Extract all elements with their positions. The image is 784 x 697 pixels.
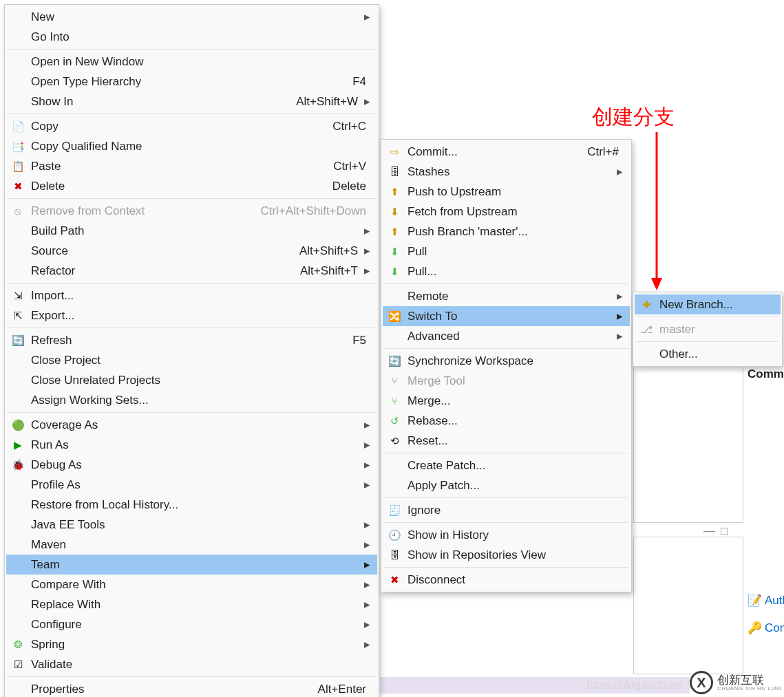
team-menu-item-show-in-repositories-view[interactable]: 🗄Show in Repositories View — [383, 545, 630, 565]
team-menu-item-pull[interactable]: ⬇Pull — [383, 242, 630, 261]
main-menu-item-copy[interactable]: 📄CopyCtrl+C — [6, 116, 377, 136]
main-menu-item-build-path[interactable]: Build Path▸ — [6, 221, 377, 241]
menu-item-label: Refactor — [31, 264, 300, 278]
submenu-arrow-icon: ▸ — [362, 537, 370, 552]
main-menu-item-compare-with[interactable]: Compare With▸ — [6, 575, 377, 594]
main-menu-item-show-in[interactable]: Show InAlt+Shift+W▸ — [6, 92, 377, 111]
main-menu-item-refresh[interactable]: 🔄RefreshF5 — [6, 330, 377, 350]
menu-separator — [8, 328, 376, 328]
team-menu-item-show-in-history[interactable]: 🕘Show in History — [383, 525, 630, 545]
main-menu-item-copy-qualified-name[interactable]: 📑Copy Qualified Name — [6, 136, 377, 156]
main-menu-item-refactor[interactable]: RefactorAlt+Shift+T▸ — [6, 261, 377, 281]
menu-item-label: Merge Tool — [407, 374, 623, 388]
push-upstream-icon: ⬆ — [387, 186, 402, 198]
menu-item-label: Pull... — [407, 265, 623, 279]
team-menu-item-ignore[interactable]: 🧾Ignore — [383, 500, 630, 520]
main-menu-item-spring[interactable]: ❂Spring▸ — [6, 634, 377, 654]
main-menu-item-go-into[interactable]: Go Into — [6, 27, 377, 47]
submenu-arrow-icon: ▸ — [615, 309, 623, 323]
disconnect-icon: ✖ — [387, 574, 402, 586]
menu-separator — [636, 317, 779, 317]
main-menu-item-coverage-as[interactable]: 🟢Coverage As▸ — [6, 415, 377, 435]
menu-item-label: Run As — [31, 438, 362, 452]
team-menu-item-create-patch[interactable]: Create Patch... — [383, 455, 630, 475]
context-menu-main[interactable]: New▸Go IntoOpen in New WindowOpen Type H… — [4, 4, 379, 697]
commit-icon: ⇨ — [387, 146, 402, 158]
main-menu-item-import[interactable]: ⇲Import... — [6, 286, 377, 305]
menu-item-accel: Alt+Enter — [318, 683, 370, 696]
team-menu-item-commit[interactable]: ⇨Commit...Ctrl+# — [383, 142, 630, 162]
menu-item-label: New — [31, 10, 362, 24]
team-menu-item-push-branch-master[interactable]: ⬆Push Branch 'master'... — [383, 222, 630, 242]
logo-glyph-icon: X — [690, 671, 713, 694]
main-menu-item-maven[interactable]: Maven▸ — [6, 535, 377, 555]
main-menu-item-delete[interactable]: ✖DeleteDelete — [6, 176, 377, 196]
main-menu-item-open-in-new-window[interactable]: Open in New Window — [6, 52, 377, 72]
ide-panel-top — [633, 365, 743, 523]
menu-separator — [384, 283, 628, 284]
submenu-arrow-icon: ▸ — [615, 289, 623, 303]
switch-to-icon: 🔀 — [387, 310, 402, 323]
main-menu-item-validate[interactable]: ☑Validate — [6, 654, 377, 674]
stashes-icon: 🗄 — [387, 166, 402, 178]
menu-item-label: Commit... — [407, 145, 587, 159]
menu-item-label: Open in New Window — [31, 55, 370, 69]
main-menu-item-close-project[interactable]: Close Project — [6, 350, 377, 370]
menu-item-label: Import... — [31, 289, 370, 303]
main-menu-item-export[interactable]: ⇱Export... — [6, 305, 377, 325]
main-menu-item-new[interactable]: New▸ — [6, 7, 377, 27]
switch-menu-item-new-branch[interactable]: ✚New Branch... — [635, 294, 781, 314]
switch-menu-item-other[interactable]: Other... — [635, 344, 781, 364]
main-menu-item-close-unrelated-projects[interactable]: Close Unrelated Projects — [6, 370, 377, 390]
team-menu-item-reset[interactable]: ⟲Reset... — [383, 431, 630, 451]
menu-item-label: Debug As — [31, 458, 362, 472]
menu-item-label: Replace With — [31, 598, 362, 612]
submenu-arrow-icon: ▸ — [362, 438, 370, 452]
main-menu-item-debug-as[interactable]: 🐞Debug As▸ — [6, 455, 377, 475]
minimize-icon[interactable]: — — [703, 524, 715, 538]
team-menu-item-apply-patch[interactable]: Apply Patch... — [383, 475, 630, 495]
branch-icon: ⎇ — [639, 323, 654, 336]
repositories-icon: 🗄 — [387, 549, 402, 561]
annotation-label: 创建分支 — [592, 103, 675, 131]
menu-item-label: Refresh — [31, 334, 352, 347]
main-menu-item-run-as[interactable]: ▶Run As▸ — [6, 435, 377, 455]
main-menu-item-open-type-hierarchy[interactable]: Open Type HierarchyF4 — [6, 72, 377, 92]
team-menu-item-switch-to[interactable]: 🔀Switch To▸ — [383, 306, 630, 326]
main-menu-item-team[interactable]: Team▸ — [6, 555, 377, 575]
main-menu-item-properties[interactable]: PropertiesAlt+Enter — [6, 679, 377, 697]
menu-item-label: Java EE Tools — [31, 518, 362, 532]
export-icon: ⇱ — [10, 310, 25, 322]
author-link[interactable]: 📝 Auth — [748, 593, 784, 608]
main-menu-item-restore-from-local-history[interactable]: Restore from Local History... — [6, 495, 377, 515]
team-menu-item-stashes[interactable]: 🗄Stashes▸ — [383, 162, 630, 182]
menu-item-label: Merge... — [407, 394, 623, 408]
team-menu-item-disconnect[interactable]: ✖Disconnect — [383, 570, 630, 590]
main-menu-item-java-ee-tools[interactable]: Java EE Tools▸ — [6, 515, 377, 535]
main-menu-item-source[interactable]: SourceAlt+Shift+S▸ — [6, 241, 377, 261]
menu-item-label: Show in History — [407, 528, 623, 542]
team-menu-item-pull[interactable]: ⬇Pull... — [383, 261, 630, 281]
team-menu-item-remote[interactable]: Remote▸ — [383, 286, 630, 306]
coverage-icon: 🟢 — [10, 419, 25, 431]
team-menu-item-push-to-upstream[interactable]: ⬆Push to Upstream — [383, 182, 630, 202]
team-menu-item-advanced[interactable]: Advanced▸ — [383, 326, 630, 346]
team-menu-item-fetch-from-upstream[interactable]: ⬇Fetch from Upstream — [383, 202, 630, 222]
context-menu-team[interactable]: ⇨Commit...Ctrl+#🗄Stashes▸⬆Push to Upstre… — [381, 139, 632, 592]
context-menu-switch-to[interactable]: ✚New Branch...⎇masterOther... — [633, 292, 783, 367]
team-menu-item-rebase[interactable]: ↺Rebase... — [383, 411, 630, 431]
main-menu-item-paste[interactable]: 📋PasteCtrl+V — [6, 156, 377, 176]
menu-item-label: Properties — [31, 683, 318, 696]
main-menu-item-profile-as[interactable]: Profile As▸ — [6, 475, 377, 495]
team-menu-item-merge[interactable]: ⑂Merge... — [383, 391, 630, 411]
menu-item-label: Coverage As — [31, 418, 362, 432]
maximize-icon[interactable]: □ — [721, 524, 728, 538]
menu-item-label: Validate — [31, 658, 370, 672]
menu-item-label: Create Patch... — [407, 459, 623, 473]
main-menu-item-assign-working-sets[interactable]: Assign Working Sets... — [6, 390, 377, 410]
fetch-upstream-icon: ⬇ — [387, 206, 402, 218]
committer-link[interactable]: 🔑 Com — [748, 621, 784, 635]
team-menu-item-synchronize-workspace[interactable]: 🔄Synchronize Workspace — [383, 351, 630, 371]
main-menu-item-configure[interactable]: Configure▸ — [6, 614, 377, 634]
main-menu-item-replace-with[interactable]: Replace With▸ — [6, 594, 377, 614]
